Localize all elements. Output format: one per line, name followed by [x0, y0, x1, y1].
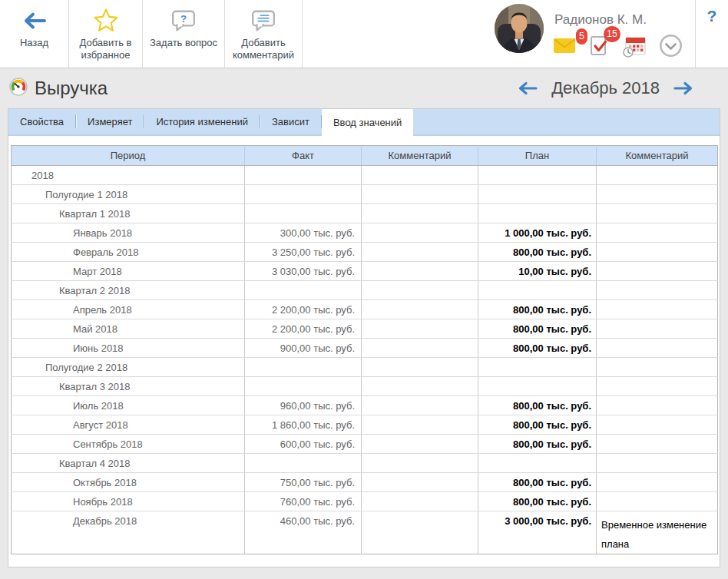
tab-change-history[interactable]: История изменений — [144, 109, 260, 134]
plan-comment-cell[interactable] — [597, 339, 718, 358]
fact-cell[interactable] — [245, 204, 362, 223]
fact-comment-cell[interactable] — [362, 511, 478, 554]
plan-comment-cell[interactable]: Временное изменение плана — [597, 511, 718, 554]
fact-cell[interactable]: 1 860,00 тыс. руб. — [245, 415, 362, 435]
tab-depends[interactable]: Зависит — [260, 109, 321, 134]
period-cell: Апрель 2018 — [12, 300, 245, 319]
tab-properties[interactable]: Свойства — [8, 109, 75, 134]
plan-cell[interactable]: 3 000,00 тыс. руб. — [478, 511, 597, 554]
plan-cell[interactable] — [478, 281, 597, 300]
fact-cell[interactable]: 2 200,00 тыс. руб. — [245, 319, 362, 339]
plan-cell[interactable]: 800,00 тыс. руб. — [478, 435, 597, 454]
plan-comment-cell[interactable] — [597, 204, 718, 223]
plan-cell[interactable] — [478, 204, 597, 223]
next-period-button[interactable] — [673, 81, 694, 96]
fact-comment-cell[interactable] — [362, 415, 478, 435]
ask-question-button[interactable]: ? Задать вопрос — [143, 0, 225, 68]
fact-cell[interactable]: 750,00 тыс. руб. — [245, 473, 362, 492]
tab-value-input[interactable]: Ввод значений — [322, 109, 413, 136]
plan-comment-cell[interactable] — [597, 435, 718, 454]
fact-comment-cell[interactable] — [362, 223, 478, 243]
plan-comment-cell[interactable] — [597, 396, 718, 415]
fact-comment-cell[interactable] — [362, 185, 478, 204]
fact-cell[interactable]: 600,00 тыс. руб. — [245, 435, 362, 454]
fact-comment-cell[interactable] — [362, 262, 478, 281]
fact-comment-cell[interactable] — [362, 473, 478, 492]
plan-cell[interactable] — [478, 166, 597, 185]
fact-cell[interactable] — [245, 281, 362, 300]
plan-cell[interactable]: 800,00 тыс. руб. — [478, 415, 597, 435]
plan-cell[interactable]: 800,00 тыс. руб. — [478, 473, 597, 492]
plan-comment-cell[interactable] — [597, 185, 718, 204]
plan-comment-cell[interactable] — [597, 300, 718, 319]
calendar-button[interactable] — [622, 35, 647, 61]
fact-comment-cell[interactable] — [362, 243, 478, 262]
plan-comment-cell[interactable] — [597, 492, 718, 511]
plan-comment-cell[interactable] — [597, 319, 718, 339]
tab-measures[interactable]: Измеряет — [76, 109, 144, 134]
plan-cell[interactable]: 800,00 тыс. руб. — [478, 339, 597, 358]
fact-comment-cell[interactable] — [362, 339, 478, 358]
add-favorite-button[interactable]: Добавить в избранное — [69, 0, 143, 68]
plan-cell[interactable]: 1 000,00 тыс. руб. — [478, 223, 597, 243]
plan-cell[interactable] — [478, 358, 597, 377]
plan-comment-cell[interactable] — [597, 223, 718, 243]
plan-cell[interactable]: 800,00 тыс. руб. — [478, 300, 597, 319]
fact-cell[interactable] — [245, 454, 362, 473]
plan-cell[interactable] — [478, 454, 597, 473]
prev-period-button[interactable] — [517, 81, 538, 96]
mail-icon — [553, 37, 577, 58]
plan-comment-cell[interactable] — [597, 262, 718, 281]
plan-cell[interactable]: 800,00 тыс. руб. — [478, 492, 597, 511]
toolbar-spacer — [303, 0, 495, 68]
plan-cell[interactable] — [478, 377, 597, 396]
fact-cell[interactable]: 3 030,00 тыс. руб. — [245, 262, 362, 281]
add-comment-button[interactable]: Добавить комментарий — [225, 0, 303, 68]
fact-comment-cell[interactable] — [362, 300, 478, 319]
user-name[interactable]: Радионов К. М. — [554, 12, 681, 28]
plan-cell[interactable]: 800,00 тыс. руб. — [478, 319, 597, 339]
fact-cell[interactable]: 3 250,00 тыс. руб. — [245, 243, 362, 262]
plan-comment-cell[interactable] — [597, 415, 718, 435]
fact-cell[interactable]: 960,00 тыс. руб. — [245, 396, 362, 415]
plan-cell[interactable]: 10,00 тыс. руб. — [478, 262, 597, 281]
plan-cell[interactable]: 800,00 тыс. руб. — [478, 243, 597, 262]
back-button[interactable]: Назад — [0, 0, 69, 68]
user-menu-chevron-icon — [659, 34, 683, 61]
fact-comment-cell[interactable] — [362, 166, 478, 185]
fact-comment-cell[interactable] — [362, 204, 478, 223]
fact-comment-cell[interactable] — [362, 396, 478, 415]
fact-comment-cell[interactable] — [362, 377, 478, 396]
plan-comment-cell[interactable] — [597, 166, 718, 185]
fact-comment-cell[interactable] — [362, 358, 478, 377]
fact-cell[interactable] — [245, 185, 362, 204]
fact-cell[interactable]: 300,00 тыс. руб. — [245, 223, 362, 243]
fact-cell[interactable]: 2 200,00 тыс. руб. — [245, 300, 362, 319]
plan-comment-cell[interactable] — [597, 243, 718, 262]
fact-cell[interactable]: 900,00 тыс. руб. — [245, 339, 362, 358]
fact-cell[interactable] — [245, 166, 362, 185]
avatar[interactable] — [495, 4, 544, 53]
toolbar: Назад Добавить в избранное ? Задать вопр… — [0, 0, 728, 68]
plan-comment-cell[interactable] — [597, 281, 718, 300]
fact-comment-cell[interactable] — [362, 454, 478, 473]
plan-comment-cell[interactable] — [597, 377, 718, 396]
mail-notification-button[interactable]: 5 — [553, 37, 577, 58]
fact-cell[interactable]: 760,00 тыс. руб. — [245, 492, 362, 511]
plan-comment-cell[interactable] — [597, 473, 718, 492]
help-button[interactable]: ? — [696, 0, 728, 68]
plan-comment-cell[interactable] — [597, 358, 718, 377]
fact-comment-cell[interactable] — [362, 281, 478, 300]
fact-comment-cell[interactable] — [362, 319, 478, 339]
fact-comment-cell[interactable] — [362, 435, 478, 454]
plan-cell[interactable] — [478, 185, 597, 204]
fact-cell[interactable] — [245, 377, 362, 396]
plan-comment-cell[interactable] — [597, 454, 718, 473]
plan-cell[interactable]: 800,00 тыс. руб. — [478, 396, 597, 415]
tasks-notification-button[interactable]: 15 — [589, 35, 610, 60]
fact-cell[interactable]: 460,00 тыс. руб. — [245, 511, 362, 554]
user-menu-button[interactable] — [659, 34, 683, 61]
fact-cell[interactable] — [245, 358, 362, 377]
value-table: Период Факт Комментарий План Комментарий… — [11, 145, 718, 554]
fact-comment-cell[interactable] — [362, 492, 478, 511]
